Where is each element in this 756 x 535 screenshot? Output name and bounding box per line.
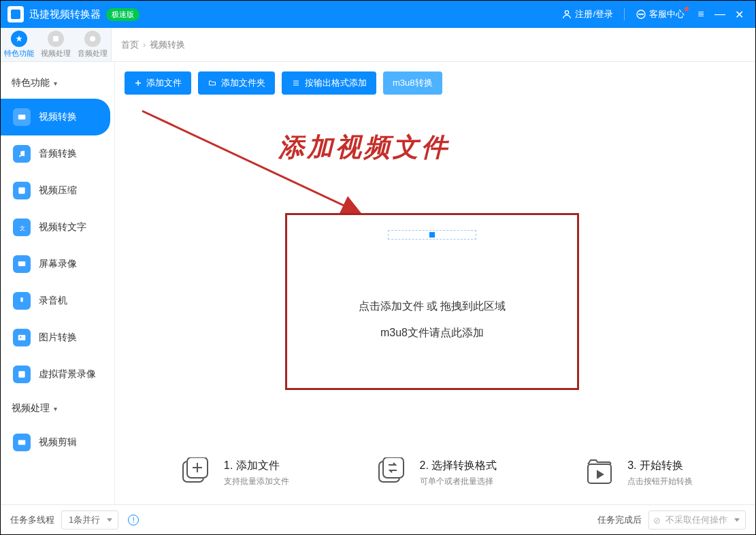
tab-video-label: 视频处理 [41,48,71,59]
sidebar-item-video-edit[interactable]: 视频剪辑 [1,424,114,461]
tab-special[interactable]: 特色功能 [1,28,37,61]
close-button[interactable]: ✕ [729,8,749,21]
tab-special-label: 特色功能 [4,48,34,59]
text-icon: 文 [13,218,31,236]
step-sub: 支持批量添加文件 [224,476,289,487]
titlebar: 迅捷视频转换器 极速版 注册/登录 客服中心 ≡ — ✕ [1,1,755,28]
body: 特色功能 ▾ 视频转换 音频转换 视频压缩 文 视频转文字 屏幕录像 [1,62,755,504]
multithread-value: 1条并行 [69,515,100,525]
virtual-bg-icon [13,366,31,383]
svg-rect-12 [18,261,26,266]
app-logo-icon [7,6,24,22]
add-file-step-icon [178,457,214,489]
titlebar-divider [624,8,625,20]
user-icon [561,9,572,20]
svg-rect-17 [18,440,26,445]
film-icon [48,31,64,47]
step-title: 2. 选择转换格式 [420,459,497,473]
chevron-down-icon: ▾ [54,405,57,412]
sidebar-item-virtual-bg[interactable]: 虚拟背景录像 [1,356,114,393]
svg-point-2 [639,14,640,14]
step-add-file: 1. 添加文件 支持批量添加文件 [178,457,289,489]
svg-rect-13 [20,297,23,302]
sidebar-item-label: 视频转换 [39,111,77,123]
sidebar-item-label: 视频剪辑 [39,436,77,449]
list-icon [291,79,301,87]
sidebar-item-audio-record[interactable]: 录音机 [1,282,114,319]
multithread-select[interactable]: 1条并行 [61,510,118,530]
main-area: 添加文件 添加文件夹 按输出格式添加 m3u8转换 添加视频文件 [115,62,755,504]
category-tabs: 特色功能 视频处理 音频处理 [1,28,111,61]
sidebar-item-video-to-text[interactable]: 文 视频转文字 [1,209,114,246]
svg-rect-16 [18,371,24,377]
after-done-select[interactable]: 不采取任何操作 [648,510,746,530]
svg-rect-22 [383,457,404,478]
sidebar-item-image-convert[interactable]: 图片转换 [1,319,114,356]
step-choose-format: 2. 选择转换格式 可单个或者批量选择 [374,457,497,489]
svg-line-18 [142,111,360,213]
m3u8-convert-button[interactable]: m3u8转换 [383,71,442,95]
breadcrumb: 首页 › 视频转换 [111,28,755,61]
register-login-button[interactable]: 注册/登录 [561,8,613,20]
step-title: 3. 开始转换 [627,459,693,473]
sidebar-item-label: 视频转文字 [39,221,86,233]
sidebar-item-label: 图片转换 [39,331,77,344]
svg-point-6 [90,36,95,42]
sidebar-item-screen-record[interactable]: 屏幕录像 [1,246,114,282]
minimize-button[interactable]: — [710,8,729,20]
support-label: 客服中心 [649,8,685,20]
chat-icon [636,9,646,20]
start-convert-step-icon [581,457,618,489]
svg-rect-5 [53,36,59,42]
compress-icon [13,182,31,199]
app-window: 迅捷视频转换器 极速版 注册/登录 客服中心 ≡ — ✕ 特色功能 视频处理 [0,0,756,535]
svg-point-9 [23,155,24,156]
sidebar-item-label: 虚拟背景录像 [39,368,96,380]
info-icon[interactable]: ! [128,515,139,525]
add-folder-button[interactable]: 添加文件夹 [198,71,275,95]
svg-point-0 [565,11,569,14]
by-output-format-button[interactable]: 按输出格式添加 [282,71,376,95]
plus-icon [134,79,142,87]
annotation-arrow-icon [135,104,380,227]
breadcrumb-home[interactable]: 首页 [121,39,139,51]
sidebar-item-audio-convert[interactable]: 音频转换 [1,135,114,172]
dropzone[interactable]: 点击添加文件 或 拖拽到此区域 m3u8文件请点此添加 [285,213,579,390]
drag-indicator-icon [388,230,476,240]
step-start-convert: 3. 开始转换 点击按钮开始转换 [581,457,693,489]
choose-format-step-icon [374,457,410,489]
audio-icon [84,31,101,47]
dropzone-line2[interactable]: m3u8文件请点此添加 [287,326,577,340]
m3u8-label: m3u8转换 [393,77,433,89]
footer: 任务多线程 1条并行 ! 任务完成后 不采取任何操作 [1,504,755,534]
svg-rect-7 [18,115,26,120]
svg-rect-14 [18,335,26,340]
chevron-down-icon: ▾ [54,80,57,87]
svg-point-8 [19,155,20,157]
chevron-right-icon: › [143,39,146,50]
add-file-button[interactable]: 添加文件 [125,71,191,95]
sidebar-section-special[interactable]: 特色功能 ▾ [1,67,114,99]
tab-video[interactable]: 视频处理 [37,28,74,61]
toolbar: 添加文件 添加文件夹 按输出格式添加 m3u8转换 [115,62,755,97]
canvas: 添加视频文件 点击添加文件 或 拖拽到此区域 m3u8文件请点此添加 [115,97,755,504]
svg-point-4 [642,14,643,14]
sidebar-item-video-compress[interactable]: 视频压缩 [1,172,114,209]
by-output-format-label: 按输出格式添加 [305,77,367,89]
folder-icon [208,79,217,87]
sidebar-item-video-convert[interactable]: 视频转换 [1,99,110,135]
image-icon [13,329,31,346]
tab-audio[interactable]: 音频处理 [74,28,111,61]
menu-icon[interactable]: ≡ [691,8,710,20]
sidebar-section-video[interactable]: 视频处理 ▾ [1,393,114,424]
audio-convert-icon [13,145,31,163]
after-done-value: 不采取任何操作 [665,515,727,525]
add-file-label: 添加文件 [146,77,182,89]
step-sub: 点击按钮开始转换 [627,476,693,487]
sidebar-item-label: 视频压缩 [39,184,77,197]
video-edit-icon [13,434,31,451]
add-folder-label: 添加文件夹 [221,77,265,89]
sidebar-item-label: 录音机 [39,295,67,307]
video-convert-icon [13,108,31,126]
support-button[interactable]: 客服中心 [636,8,685,20]
